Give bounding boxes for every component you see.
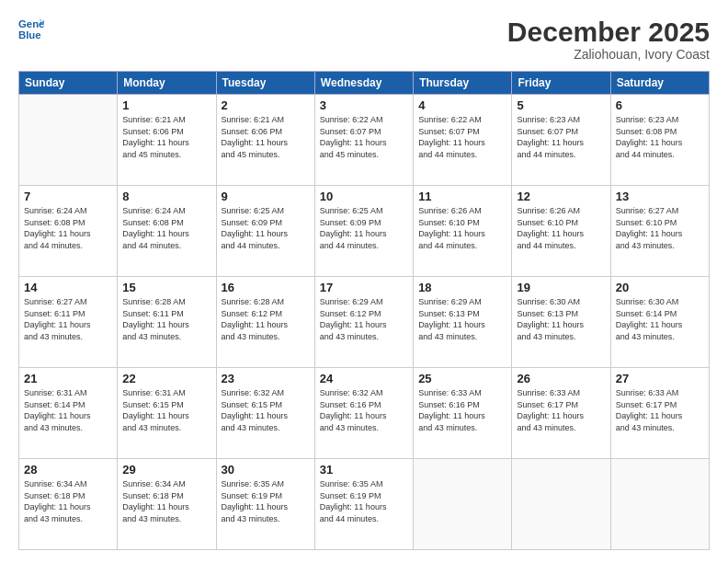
day-info: Sunrise: 6:28 AM Sunset: 6:11 PM Dayligh… bbox=[122, 296, 210, 342]
calendar-cell: 28Sunrise: 6:34 AM Sunset: 6:18 PM Dayli… bbox=[19, 459, 118, 550]
day-info: Sunrise: 6:23 AM Sunset: 6:08 PM Dayligh… bbox=[616, 114, 704, 160]
day-number: 12 bbox=[517, 190, 605, 203]
calendar-week-4: 21Sunrise: 6:31 AM Sunset: 6:14 PM Dayli… bbox=[19, 368, 710, 459]
day-number: 4 bbox=[418, 98, 506, 112]
calendar-cell: 18Sunrise: 6:29 AM Sunset: 6:13 PM Dayli… bbox=[414, 277, 512, 368]
day-number: 28 bbox=[24, 463, 112, 477]
calendar-cell: 29Sunrise: 6:34 AM Sunset: 6:18 PM Dayli… bbox=[118, 459, 216, 550]
calendar-cell: 25Sunrise: 6:33 AM Sunset: 6:16 PM Dayli… bbox=[414, 368, 512, 459]
day-info: Sunrise: 6:30 AM Sunset: 6:13 PM Dayligh… bbox=[517, 296, 605, 342]
day-info: Sunrise: 6:31 AM Sunset: 6:15 PM Dayligh… bbox=[122, 387, 210, 433]
day-number: 17 bbox=[320, 281, 408, 294]
day-number: 15 bbox=[122, 281, 210, 294]
day-info: Sunrise: 6:34 AM Sunset: 6:18 PM Dayligh… bbox=[122, 478, 210, 524]
day-number: 8 bbox=[122, 190, 210, 203]
calendar-cell: 3Sunrise: 6:22 AM Sunset: 6:07 PM Daylig… bbox=[314, 95, 413, 186]
day-info: Sunrise: 6:22 AM Sunset: 6:07 PM Dayligh… bbox=[418, 114, 506, 160]
day-number: 20 bbox=[616, 281, 704, 294]
column-header-monday: Monday bbox=[118, 72, 216, 95]
day-info: Sunrise: 6:26 AM Sunset: 6:10 PM Dayligh… bbox=[418, 205, 506, 251]
day-number: 2 bbox=[222, 98, 310, 112]
logo: General Blue bbox=[18, 17, 44, 42]
day-info: Sunrise: 6:27 AM Sunset: 6:10 PM Dayligh… bbox=[616, 205, 704, 251]
day-info: Sunrise: 6:21 AM Sunset: 6:06 PM Dayligh… bbox=[122, 114, 210, 160]
day-number: 21 bbox=[24, 372, 112, 385]
calendar-cell: 4Sunrise: 6:22 AM Sunset: 6:07 PM Daylig… bbox=[414, 95, 512, 186]
header: General Blue December 2025 Zaliohouan, I… bbox=[18, 17, 710, 62]
day-number: 6 bbox=[616, 98, 704, 112]
calendar-cell: 23Sunrise: 6:32 AM Sunset: 6:15 PM Dayli… bbox=[216, 368, 314, 459]
day-number: 7 bbox=[24, 190, 112, 203]
calendar-cell: 10Sunrise: 6:25 AM Sunset: 6:09 PM Dayli… bbox=[314, 186, 413, 277]
day-number: 16 bbox=[222, 281, 310, 294]
calendar-cell: 7Sunrise: 6:24 AM Sunset: 6:08 PM Daylig… bbox=[19, 186, 118, 277]
day-number: 22 bbox=[122, 372, 210, 385]
day-info: Sunrise: 6:29 AM Sunset: 6:13 PM Dayligh… bbox=[418, 296, 506, 342]
calendar-cell: 17Sunrise: 6:29 AM Sunset: 6:12 PM Dayli… bbox=[314, 277, 413, 368]
calendar-cell: 20Sunrise: 6:30 AM Sunset: 6:14 PM Dayli… bbox=[610, 277, 709, 368]
day-number: 13 bbox=[616, 190, 704, 203]
calendar-header-row: SundayMondayTuesdayWednesdayThursdayFrid… bbox=[19, 72, 710, 95]
calendar-cell: 22Sunrise: 6:31 AM Sunset: 6:15 PM Dayli… bbox=[118, 368, 216, 459]
day-number: 24 bbox=[320, 372, 408, 385]
day-number: 18 bbox=[418, 281, 506, 294]
calendar-week-3: 14Sunrise: 6:27 AM Sunset: 6:11 PM Dayli… bbox=[19, 277, 710, 368]
day-info: Sunrise: 6:24 AM Sunset: 6:08 PM Dayligh… bbox=[122, 205, 210, 251]
column-header-saturday: Saturday bbox=[610, 72, 709, 95]
calendar-cell: 12Sunrise: 6:26 AM Sunset: 6:10 PM Dayli… bbox=[512, 186, 610, 277]
day-number: 26 bbox=[517, 372, 605, 385]
month-title: December 2025 bbox=[507, 17, 710, 47]
svg-text:Blue: Blue bbox=[18, 29, 41, 40]
day-info: Sunrise: 6:33 AM Sunset: 6:17 PM Dayligh… bbox=[616, 387, 704, 433]
day-info: Sunrise: 6:26 AM Sunset: 6:10 PM Dayligh… bbox=[517, 205, 605, 251]
day-info: Sunrise: 6:25 AM Sunset: 6:09 PM Dayligh… bbox=[222, 205, 310, 251]
day-number: 30 bbox=[222, 463, 310, 477]
day-number: 31 bbox=[320, 463, 408, 477]
day-info: Sunrise: 6:35 AM Sunset: 6:19 PM Dayligh… bbox=[222, 478, 310, 524]
calendar-table: SundayMondayTuesdayWednesdayThursdayFrid… bbox=[18, 71, 710, 550]
day-info: Sunrise: 6:23 AM Sunset: 6:07 PM Dayligh… bbox=[517, 114, 605, 160]
day-info: Sunrise: 6:25 AM Sunset: 6:09 PM Dayligh… bbox=[320, 205, 408, 251]
logo-icon: General Blue bbox=[18, 17, 44, 42]
day-number: 29 bbox=[122, 463, 210, 477]
calendar-cell: 8Sunrise: 6:24 AM Sunset: 6:08 PM Daylig… bbox=[118, 186, 216, 277]
calendar-cell: 16Sunrise: 6:28 AM Sunset: 6:12 PM Dayli… bbox=[216, 277, 314, 368]
column-header-thursday: Thursday bbox=[414, 72, 512, 95]
calendar-cell: 15Sunrise: 6:28 AM Sunset: 6:11 PM Dayli… bbox=[118, 277, 216, 368]
day-number: 11 bbox=[418, 190, 506, 203]
calendar-cell: 1Sunrise: 6:21 AM Sunset: 6:06 PM Daylig… bbox=[118, 95, 216, 186]
calendar-cell bbox=[19, 95, 118, 186]
calendar-cell bbox=[610, 459, 709, 550]
calendar-cell: 13Sunrise: 6:27 AM Sunset: 6:10 PM Dayli… bbox=[610, 186, 709, 277]
calendar-cell: 30Sunrise: 6:35 AM Sunset: 6:19 PM Dayli… bbox=[216, 459, 314, 550]
calendar-cell: 19Sunrise: 6:30 AM Sunset: 6:13 PM Dayli… bbox=[512, 277, 610, 368]
day-number: 9 bbox=[222, 190, 310, 203]
day-info: Sunrise: 6:29 AM Sunset: 6:12 PM Dayligh… bbox=[320, 296, 408, 342]
day-number: 5 bbox=[517, 98, 605, 112]
calendar-cell: 6Sunrise: 6:23 AM Sunset: 6:08 PM Daylig… bbox=[610, 95, 709, 186]
day-number: 23 bbox=[222, 372, 310, 385]
day-number: 27 bbox=[616, 372, 704, 385]
day-info: Sunrise: 6:32 AM Sunset: 6:15 PM Dayligh… bbox=[222, 387, 310, 433]
day-info: Sunrise: 6:32 AM Sunset: 6:16 PM Dayligh… bbox=[320, 387, 408, 433]
title-block: December 2025 Zaliohouan, Ivory Coast bbox=[507, 17, 710, 62]
day-info: Sunrise: 6:34 AM Sunset: 6:18 PM Dayligh… bbox=[24, 478, 112, 524]
calendar-cell: 2Sunrise: 6:21 AM Sunset: 6:06 PM Daylig… bbox=[216, 95, 314, 186]
calendar-cell: 5Sunrise: 6:23 AM Sunset: 6:07 PM Daylig… bbox=[512, 95, 610, 186]
day-number: 1 bbox=[122, 98, 210, 112]
day-number: 25 bbox=[418, 372, 506, 385]
column-header-wednesday: Wednesday bbox=[314, 72, 413, 95]
day-info: Sunrise: 6:27 AM Sunset: 6:11 PM Dayligh… bbox=[24, 296, 112, 342]
calendar-cell: 14Sunrise: 6:27 AM Sunset: 6:11 PM Dayli… bbox=[19, 277, 118, 368]
day-info: Sunrise: 6:21 AM Sunset: 6:06 PM Dayligh… bbox=[222, 114, 310, 160]
column-header-tuesday: Tuesday bbox=[216, 72, 314, 95]
day-info: Sunrise: 6:22 AM Sunset: 6:07 PM Dayligh… bbox=[320, 114, 408, 160]
calendar-week-5: 28Sunrise: 6:34 AM Sunset: 6:18 PM Dayli… bbox=[19, 459, 710, 550]
day-info: Sunrise: 6:28 AM Sunset: 6:12 PM Dayligh… bbox=[222, 296, 310, 342]
calendar-cell: 9Sunrise: 6:25 AM Sunset: 6:09 PM Daylig… bbox=[216, 186, 314, 277]
day-number: 10 bbox=[320, 190, 408, 203]
calendar-week-2: 7Sunrise: 6:24 AM Sunset: 6:08 PM Daylig… bbox=[19, 186, 710, 277]
page: General Blue December 2025 Zaliohouan, I… bbox=[0, 0, 728, 563]
day-number: 3 bbox=[320, 98, 408, 112]
day-number: 14 bbox=[24, 281, 112, 294]
